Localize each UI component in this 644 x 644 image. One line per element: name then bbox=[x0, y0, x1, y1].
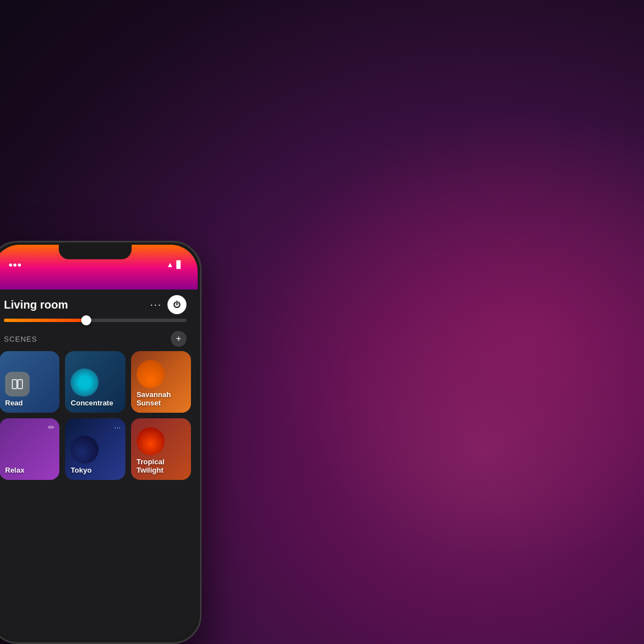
menu-dots[interactable]: ··· bbox=[150, 299, 162, 311]
scene-img-tropical bbox=[137, 427, 165, 455]
scene-relax[interactable]: ✏ Relax bbox=[0, 418, 59, 480]
add-scene-button[interactable]: + bbox=[171, 331, 186, 347]
header-controls: ··· bbox=[150, 295, 186, 314]
scene-savannah[interactable]: Savannah Sunset bbox=[131, 351, 191, 413]
brightness-thumb bbox=[81, 315, 91, 325]
scene-read[interactable]: Read bbox=[0, 351, 59, 413]
room-name: Living room bbox=[4, 298, 68, 311]
phone-mockup-area: ●●● ▲ ▊ Living room ··· bbox=[0, 241, 224, 644]
phone-screen: ●●● ▲ ▊ Living room ··· bbox=[0, 245, 198, 640]
phone-header: Living room ··· bbox=[0, 290, 198, 319]
svg-rect-36 bbox=[18, 380, 22, 389]
wifi-icon: ▲ bbox=[166, 260, 174, 269]
power-icon bbox=[172, 300, 181, 309]
scene-edit-tokyo[interactable]: ··· bbox=[114, 423, 121, 432]
scene-img-savannah bbox=[137, 360, 165, 388]
scene-tropical[interactable]: Tropical Twilight bbox=[131, 418, 191, 480]
status-right: ▲ ▊ bbox=[166, 260, 182, 269]
scenes-grid: Read Concentrate Savannah Sunset bbox=[0, 351, 198, 480]
scene-tokyo[interactable]: ··· Tokyo bbox=[65, 418, 125, 480]
phone-notch bbox=[59, 242, 132, 259]
scene-edit-relax[interactable]: ✏ bbox=[48, 423, 55, 432]
brightness-bar[interactable] bbox=[4, 319, 186, 322]
scene-name-tokyo: Tokyo bbox=[71, 466, 119, 474]
power-button[interactable] bbox=[167, 295, 186, 314]
scene-icon-read bbox=[5, 372, 30, 396]
battery-icon: ▊ bbox=[176, 260, 182, 269]
scene-name-read: Read bbox=[5, 399, 54, 407]
scene-concentrate[interactable]: Concentrate bbox=[65, 351, 125, 413]
scenes-label: SCENES bbox=[4, 335, 37, 343]
svg-rect-35 bbox=[12, 380, 17, 389]
book-icon bbox=[11, 377, 24, 391]
scene-name-savannah: Savannah Sunset bbox=[137, 390, 185, 407]
scenes-header: SCENES + bbox=[0, 329, 198, 351]
brightness-fill bbox=[4, 319, 86, 322]
scene-name-tropical: Tropical Twilight bbox=[137, 458, 185, 474]
scene-name-relax: Relax bbox=[5, 466, 54, 474]
phone-device: ●●● ▲ ▊ Living room ··· bbox=[0, 241, 202, 644]
scene-name-concentrate: Concentrate bbox=[71, 399, 119, 407]
scene-img-concentrate bbox=[71, 368, 99, 396]
status-signal: ●●● bbox=[8, 260, 22, 269]
scene-img-tokyo bbox=[71, 436, 99, 464]
